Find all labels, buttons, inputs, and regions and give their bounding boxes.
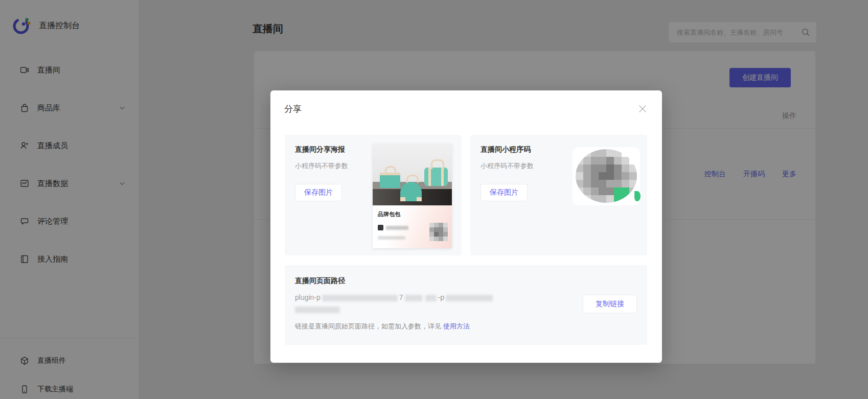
dialog-title: 分享 bbox=[284, 103, 302, 115]
path-prefix: plugin-p bbox=[295, 293, 321, 301]
mini-program-code-image bbox=[573, 147, 640, 205]
redacted-text bbox=[386, 226, 408, 230]
note-text: 链接是直播间原始页面路径，如需加入参数，详见 bbox=[295, 322, 441, 330]
handbag-image bbox=[400, 182, 422, 201]
path-note: 链接是直播间原始页面路径，如需加入参数，详见 使用方法 bbox=[295, 322, 637, 331]
redacted-text bbox=[378, 236, 405, 240]
page-path-text: plugin-p7-p bbox=[295, 292, 581, 315]
card-title: 直播间页面路径 bbox=[295, 276, 637, 286]
page-path-card: 直播间页面路径 plugin-p7-p 复制链接 链接是直播间原始页面路径，如需… bbox=[285, 265, 647, 345]
redacted-text bbox=[295, 307, 340, 313]
poster-qrcode-thumbnail bbox=[429, 223, 448, 241]
poster-brand-title: 品牌包包 bbox=[378, 210, 447, 218]
redacted-text bbox=[425, 295, 437, 301]
path-fragment: 7 bbox=[399, 293, 403, 301]
share-dialog: 分享 直播间分享海报 小程序码不带参数 保存图片 品牌包包 bbox=[270, 90, 662, 363]
save-qrcode-button[interactable]: 保存图片 bbox=[481, 184, 528, 201]
handbag-image bbox=[424, 168, 448, 186]
poster-info-panel: 品牌包包 bbox=[373, 205, 452, 248]
handbag-image bbox=[380, 173, 400, 188]
share-poster-card: 直播间分享海报 小程序码不带参数 保存图片 品牌包包 bbox=[285, 135, 462, 255]
share-poster-preview: 品牌包包 bbox=[373, 144, 452, 248]
close-icon[interactable] bbox=[636, 103, 649, 115]
mini-app-icon bbox=[378, 225, 383, 230]
save-poster-button[interactable]: 保存图片 bbox=[295, 184, 342, 201]
mini-program-code-mosaic bbox=[576, 149, 637, 203]
mini-program-code-card: 直播间小程序码 小程序码不带参数 保存图片 bbox=[470, 135, 647, 255]
path-fragment: -p bbox=[438, 293, 444, 301]
redacted-text bbox=[446, 295, 493, 301]
usage-guide-link[interactable]: 使用方法 bbox=[443, 322, 470, 330]
code-green-badge bbox=[634, 191, 641, 201]
poster-product-photo bbox=[373, 144, 452, 205]
redacted-text bbox=[322, 295, 398, 301]
copy-link-button[interactable]: 复制链接 bbox=[583, 295, 637, 313]
share-cards-row: 直播间分享海报 小程序码不带参数 保存图片 品牌包包 bbox=[285, 135, 647, 255]
redacted-text bbox=[405, 295, 422, 301]
